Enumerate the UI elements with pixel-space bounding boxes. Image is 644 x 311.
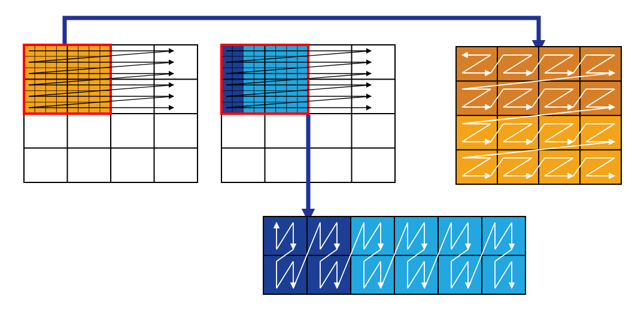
diagram — [0, 0, 644, 311]
grid-d — [263, 217, 525, 294]
flow-arrow-a-to-c — [65, 18, 539, 44]
grid-a — [24, 45, 198, 182]
grid-c — [456, 47, 621, 184]
